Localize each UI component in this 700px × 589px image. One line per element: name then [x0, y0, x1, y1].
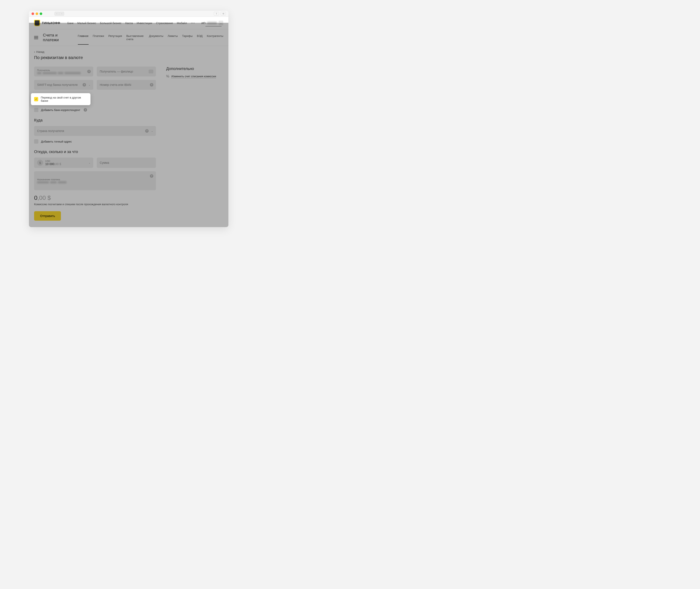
back-link[interactable]: ‹ Назад: [34, 50, 223, 53]
section-from: Откуда, сколько и за что: [34, 150, 156, 154]
titlebar: ‹ › ⇪ ⧉: [29, 11, 229, 17]
brand-name: ТИНЬКОФФ: [42, 21, 60, 25]
help-icon[interactable]: ?: [145, 129, 148, 133]
section-title: Счета и платежи: [43, 33, 73, 42]
recipient-type-field[interactable]: Получатель — физлицо: [97, 66, 156, 76]
change-commission-account-link[interactable]: % Изменить счет списания комиссии: [166, 74, 223, 78]
help-icon[interactable]: ?: [150, 83, 153, 86]
iban-field[interactable]: Номер счета или IBAN ?: [97, 80, 156, 90]
subnav-tab[interactable]: Выставление счета: [126, 34, 145, 41]
topnav-link[interactable]: Инвестиции: [136, 21, 152, 25]
section-where: Куда: [34, 118, 156, 123]
toggle-icon[interactable]: [148, 69, 153, 73]
subnav-tab[interactable]: Контрагенты: [207, 34, 223, 41]
user-prefix: ИП: [202, 21, 206, 25]
topnav-link[interactable]: Большой бизнес: [100, 21, 121, 25]
nav-back[interactable]: ‹: [54, 12, 59, 16]
nav-forward[interactable]: ›: [59, 12, 64, 16]
top-navigation: ТИНЬКОФФ Банк Малый бизнес Большой бизне…: [29, 17, 229, 29]
help-icon[interactable]: ?: [82, 83, 86, 86]
recipient-field[interactable]: Получатель ?: [34, 66, 93, 76]
exact-address-checkbox-row[interactable]: Добавить точный адрес: [34, 139, 156, 144]
user-menu[interactable]: ИП ⌄: [202, 21, 223, 25]
help-icon[interactable]: ?: [84, 108, 87, 112]
subnav-tab[interactable]: Лимиты: [168, 34, 178, 41]
topnav-link[interactable]: Страхование: [156, 21, 173, 25]
total-amount: 0,00 $: [34, 194, 156, 201]
user-name-redacted: [207, 22, 217, 24]
subnav-tab[interactable]: Платежи: [93, 34, 104, 41]
checkbox-icon[interactable]: [34, 108, 38, 112]
window-close[interactable]: [31, 12, 34, 15]
aside-title: Дополнительно: [166, 66, 223, 71]
topnav-link[interactable]: Малый бизнес: [77, 21, 96, 25]
subnav-tab[interactable]: Тарифы: [182, 34, 193, 41]
help-icon[interactable]: ?: [150, 174, 153, 178]
commission-note: Комиссию посчитаем и спишем после прохож…: [34, 203, 156, 206]
subnav-tab[interactable]: ВЭД: [197, 34, 203, 41]
purpose-value-redacted: [37, 181, 153, 184]
subnav-tab[interactable]: Документы: [149, 34, 163, 41]
logo-icon: [34, 20, 40, 26]
window-minimize[interactable]: [36, 12, 38, 15]
currency-account-field[interactable]: $ USD 10 000,00 $ ⌄: [34, 158, 93, 168]
subnav-tab-main[interactable]: Главное: [78, 34, 88, 45]
help-icon[interactable]: ?: [87, 70, 91, 73]
menu-icon[interactable]: [34, 36, 38, 39]
amount-field[interactable]: Сумма: [97, 158, 156, 168]
topnav-link[interactable]: Мобайл: [177, 21, 187, 25]
percent-icon: %: [166, 74, 169, 78]
topnav-link[interactable]: Банк: [67, 21, 73, 25]
dollar-icon: $: [37, 160, 43, 166]
sub-navigation: Счета и платежи Главное Платежи Репутаци…: [29, 29, 229, 46]
chevron-left-icon: ‹: [34, 50, 35, 53]
checkbox-icon[interactable]: [34, 139, 38, 144]
more-icon[interactable]: •••: [191, 21, 195, 25]
chevron-down-icon: ⌄: [151, 130, 153, 132]
own-account-checkbox-row[interactable]: ✓ Перевод на свой счет в другом банке: [31, 93, 90, 105]
window-maximize[interactable]: [40, 12, 42, 15]
payment-purpose-field[interactable]: Назначение платежа ?: [34, 171, 156, 190]
correspondent-checkbox-row[interactable]: Добавить банк-корреспондент ?: [34, 108, 156, 112]
share-icon[interactable]: ⇪: [214, 12, 219, 16]
swift-field[interactable]: SWIFT-код банка получателя ? ⌄: [34, 80, 93, 90]
chevron-down-icon: ⌄: [88, 84, 90, 86]
page-title: По реквизитам в валюте: [34, 55, 223, 60]
tabs-icon[interactable]: ⧉: [221, 12, 226, 16]
country-field[interactable]: Страна получателя ? ⌄: [34, 126, 156, 136]
subnav-tab[interactable]: Репутация: [108, 34, 122, 41]
submit-button[interactable]: Отправить: [34, 211, 61, 221]
checkbox-checked-icon[interactable]: ✓: [34, 97, 38, 101]
recipient-value-redacted: [37, 72, 90, 74]
chevron-down-icon[interactable]: ⌄: [219, 21, 223, 25]
topnav-link[interactable]: Касса: [125, 21, 133, 25]
chevron-down-icon: ⌄: [88, 162, 90, 164]
